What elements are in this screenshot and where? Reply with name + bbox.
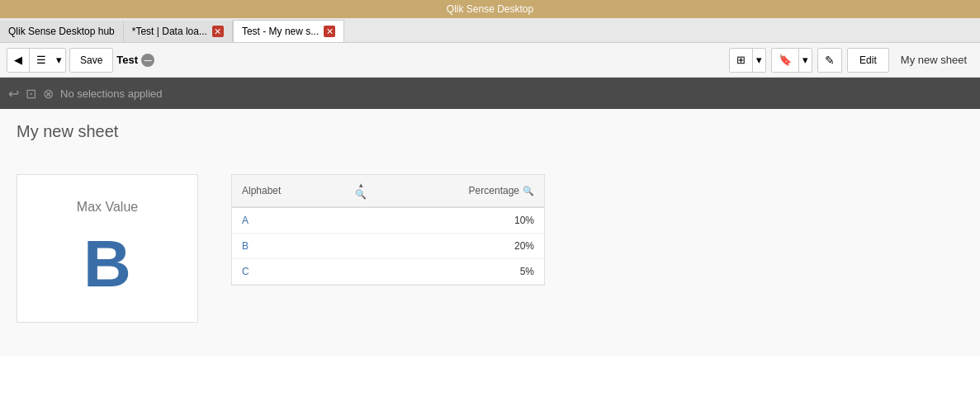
back-button[interactable]: ◀ xyxy=(7,49,29,72)
title-bar: Qlik Sense Desktop xyxy=(0,0,980,18)
bookmark-chevron-icon: ▾ xyxy=(802,54,808,66)
cell-percentage: 10% xyxy=(376,207,544,234)
widgets-area: Max Value B Alphabet ▲ 🔍 xyxy=(17,158,963,339)
toolbar: ◀ ☰ ▾ Save Test — ⊞ ▾ 🔖 xyxy=(0,43,980,78)
table-row: B20% xyxy=(232,234,544,259)
screen-icon: ⊞ xyxy=(736,54,746,66)
sheet-name-display: My new sheet xyxy=(894,54,973,66)
tab-hub-label: Qlik Sense Desktop hub xyxy=(8,26,115,37)
pencil-icon: ✎ xyxy=(825,54,835,67)
th-inner-percentage: Percentage 🔍 xyxy=(386,185,534,196)
back-icon: ◀ xyxy=(14,54,22,66)
bookmark-icon: 🔖 xyxy=(779,54,792,66)
table-row: C5% xyxy=(232,259,544,285)
main-content: My new sheet Max Value B Alphabet ▲ xyxy=(0,109,980,357)
save-button[interactable]: Save xyxy=(69,48,113,73)
screen-chevron-button[interactable]: ▾ xyxy=(753,49,765,72)
app-name-badge: Test — xyxy=(116,54,154,67)
nav-menu-icon: ☰ xyxy=(36,54,46,66)
right-toolbar: ⊞ ▾ 🔖 ▾ ✎ Edit My new sheet xyxy=(729,48,973,73)
undo-selection-icon[interactable]: ↩ xyxy=(8,86,19,102)
kpi-label: Max Value xyxy=(77,200,138,215)
nav-group: ◀ ☰ ▾ xyxy=(7,48,66,73)
tab-hub[interactable]: Qlik Sense Desktop hub xyxy=(0,21,124,42)
search-percentage-icon[interactable]: 🔍 xyxy=(523,186,534,196)
sort-arrow-alphabet[interactable]: ▲ xyxy=(357,182,364,189)
cell-percentage: 5% xyxy=(376,259,544,285)
col-header-alphabet: Alphabet ▲ 🔍 xyxy=(232,175,376,207)
tab-data-label: *Test | Data loa... xyxy=(132,26,207,37)
pencil-button[interactable]: ✎ xyxy=(817,48,842,73)
clear-selections-icon[interactable]: ⊗ xyxy=(43,86,54,102)
app-name-label: Test xyxy=(116,54,138,66)
app-badge-icon: — xyxy=(141,54,154,67)
screen-group: ⊞ ▾ xyxy=(729,48,766,73)
table-widget: Alphabet ▲ 🔍 Percentage 🔍 xyxy=(231,174,545,286)
tab-bar: Qlik Sense Desktop hub *Test | Data loa.… xyxy=(0,18,980,43)
cell-alphabet[interactable]: B xyxy=(232,234,376,259)
cell-alphabet[interactable]: A xyxy=(232,207,376,234)
tab-sheet-label: Test - My new s... xyxy=(242,26,319,37)
tab-sheet-close[interactable]: ✕ xyxy=(324,26,335,37)
bookmark-group: 🔖 ▾ xyxy=(771,48,812,73)
tab-sheet[interactable]: Test - My new s... ✕ xyxy=(233,20,344,42)
tab-data-close[interactable]: ✕ xyxy=(212,26,224,37)
cell-percentage: 20% xyxy=(376,234,544,259)
bookmark-button[interactable]: 🔖 xyxy=(772,49,798,72)
tab-data[interactable]: *Test | Data loa... ✕ xyxy=(124,21,233,42)
kpi-widget: Max Value B xyxy=(17,174,198,323)
col-header-percentage: Percentage 🔍 xyxy=(376,175,544,207)
app-title: Qlik Sense Desktop xyxy=(447,3,533,15)
nav-chevron-button[interactable]: ▾ xyxy=(53,49,65,72)
col-alphabet-label: Alphabet xyxy=(242,185,281,196)
search-alphabet-icon[interactable]: 🔍 xyxy=(355,189,367,200)
edit-button[interactable]: Edit xyxy=(847,48,889,73)
nav-chevron-icon: ▾ xyxy=(56,54,62,66)
screen-button[interactable]: ⊞ xyxy=(730,49,752,72)
bookmark-chevron-button[interactable]: ▾ xyxy=(799,49,812,72)
th-inner-alphabet: Alphabet ▲ 🔍 xyxy=(242,182,367,200)
table-row: A10% xyxy=(232,207,544,234)
no-selections-text: No selections applied xyxy=(60,87,163,100)
screen-chevron-icon: ▾ xyxy=(756,54,762,66)
sheet-title: My new sheet xyxy=(17,122,963,141)
select-mode-icon[interactable]: ⊡ xyxy=(26,86,36,102)
col-percentage-label: Percentage xyxy=(469,185,519,196)
cell-alphabet[interactable]: C xyxy=(232,259,376,285)
table-header-row: Alphabet ▲ 🔍 Percentage 🔍 xyxy=(232,175,544,207)
kpi-value: B xyxy=(83,231,131,297)
nav-menu-button[interactable]: ☰ xyxy=(30,49,53,72)
selection-bar: ↩ ⊡ ⊗ No selections applied xyxy=(0,78,980,109)
